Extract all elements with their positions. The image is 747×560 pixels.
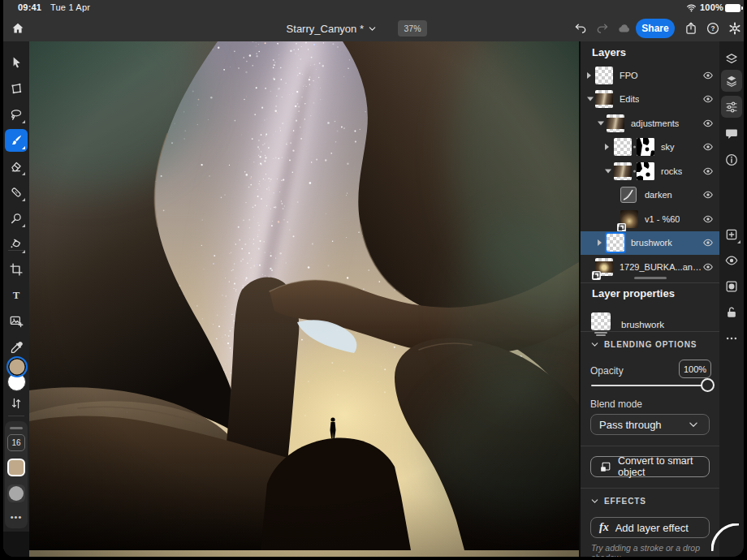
brush-color-swatch[interactable]: [7, 459, 25, 476]
opacity-value[interactable]: 100%: [679, 360, 711, 378]
visibility-eye-icon[interactable]: [702, 93, 714, 105]
type-tool[interactable]: T: [5, 284, 28, 307]
comment-icon[interactable]: [722, 124, 741, 144]
mask-link-dot: [633, 146, 636, 149]
layer-row[interactable]: Edits: [581, 88, 719, 112]
eyedropper-tool[interactable]: [5, 336, 28, 359]
cloud-sync-icon[interactable]: [615, 19, 634, 38]
disclosure-arrow-icon[interactable]: [598, 121, 604, 125]
layer-row[interactable]: 1729_BURKA...anced-NR33: [581, 255, 719, 279]
blend-mode-dropdown[interactable]: Pass through: [590, 414, 710, 435]
visibility-eye-icon[interactable]: [702, 118, 714, 129]
chevron-down-icon: [686, 417, 701, 432]
settings-button[interactable]: [725, 19, 744, 38]
layer-row[interactable]: sky: [581, 136, 719, 160]
magnify-tool[interactable]: [5, 207, 28, 230]
redo-button[interactable]: [593, 19, 612, 38]
layer-row[interactable]: rocks: [581, 159, 719, 183]
properties-layer-thumbnail: [591, 312, 611, 330]
visibility-eye-icon[interactable]: [702, 70, 714, 81]
subtool-indicator: [22, 224, 25, 227]
canvas[interactable]: [29, 41, 579, 557]
visibility-eye-icon[interactable]: [702, 189, 714, 200]
lasso-tool[interactable]: [5, 103, 28, 126]
layer-name: v1 - %60: [645, 214, 680, 224]
visibility-eye-icon[interactable]: [702, 166, 714, 177]
disclosure-arrow-icon[interactable]: [587, 72, 591, 79]
visibility-eye-icon[interactable]: [702, 261, 714, 273]
layer-properties-title: Layer properties: [592, 287, 675, 299]
layers-icon[interactable]: [722, 50, 741, 69]
visibility-eye-icon[interactable]: [702, 141, 714, 153]
share-button[interactable]: Share: [636, 19, 675, 38]
more-options-button[interactable]: •••: [5, 512, 28, 522]
layer-row[interactable]: adjustments: [581, 111, 719, 136]
visibility-icon[interactable]: [722, 251, 741, 270]
brush-size-field[interactable]: 16: [7, 434, 25, 451]
add-layer-icon[interactable]: [722, 225, 741, 244]
layer-list: FPOEditsadjustmentsskyrocks darkenv1 - %…: [581, 63, 719, 279]
battery-nub: [741, 6, 743, 10]
subtool-indicator: [22, 146, 25, 149]
opacity-slider-knob[interactable]: [701, 378, 715, 392]
layer-row[interactable]: brushwork: [581, 231, 719, 256]
disclosure-arrow-icon[interactable]: [605, 144, 609, 150]
export-button[interactable]: [681, 19, 701, 38]
chevron-down-icon: [590, 340, 599, 349]
disclosure-arrow-icon[interactable]: [605, 169, 611, 173]
brush-tip-preview[interactable]: [9, 486, 24, 501]
document-title-menu[interactable]: Starry_Canyon *: [3, 19, 377, 38]
layer-name: adjustments: [631, 118, 679, 128]
clock: 09:41: [18, 2, 41, 12]
add-layer-effect-button[interactable]: fx Add layer effect: [590, 517, 710, 538]
info-icon[interactable]: [722, 150, 741, 170]
foreground-color-chip[interactable]: [6, 356, 28, 377]
visibility-eye-icon[interactable]: [702, 213, 714, 225]
brush-options-panel: 16 •••: [5, 421, 28, 528]
lock-icon[interactable]: [722, 303, 741, 322]
color-chips[interactable]: [6, 356, 26, 392]
adjust-sliders-icon[interactable]: [722, 97, 741, 117]
brush-tool[interactable]: [5, 129, 28, 152]
effects-hint: Try adding a stroke or a drop shadow.: [591, 543, 719, 557]
layer-name: darken: [645, 190, 672, 200]
status-bar: 09:41 Tue 1 Apr 100%: [3, 0, 744, 16]
place-photo-tool[interactable]: [5, 310, 28, 333]
battery-percent: 100%: [700, 2, 723, 12]
layer-list-icon[interactable]: [722, 71, 741, 91]
undo-button[interactable]: [571, 19, 590, 38]
app-window: 09:41 Tue 1 Apr 100% Starry_Canyon * 37%…: [0, 0, 747, 560]
layer-row[interactable]: darken: [581, 183, 719, 208]
crop-tool[interactable]: [5, 258, 28, 281]
divider: [8, 416, 24, 416]
disclosure-arrow-icon[interactable]: [587, 97, 594, 101]
panel-drag-handle[interactable]: [10, 427, 23, 429]
fx-icon: fx: [599, 521, 609, 534]
more-icon[interactable]: [722, 329, 741, 348]
fill-tool[interactable]: [5, 233, 28, 256]
visibility-eye-icon[interactable]: [702, 237, 714, 248]
brush-preview-well: [7, 485, 25, 502]
document-title: Starry_Canyon *: [287, 23, 364, 35]
opacity-slider-track[interactable]: [591, 385, 708, 386]
swap-colors-button[interactable]: [5, 392, 28, 415]
subtool-indicator: [22, 120, 25, 123]
move-tool[interactable]: [5, 51, 28, 74]
divider: [581, 446, 719, 446]
svg-text:T: T: [13, 290, 20, 301]
help-button[interactable]: ?: [703, 19, 723, 38]
healing-tool[interactable]: [5, 181, 28, 204]
disclosure-arrow-icon[interactable]: [598, 239, 602, 246]
mask-icon[interactable]: [722, 277, 741, 296]
chevron-down-icon: [368, 24, 377, 33]
layer-row[interactable]: FPO: [581, 63, 719, 88]
effects-header[interactable]: EFFECTS: [590, 497, 646, 506]
layer-row[interactable]: v1 - %60: [581, 207, 719, 231]
transform-tool[interactable]: [5, 77, 28, 100]
panel-resize-handle[interactable]: [634, 277, 667, 279]
zoom-level-badge[interactable]: 37%: [398, 20, 427, 37]
blending-options-header[interactable]: BLENDING OPTIONS: [590, 340, 697, 349]
eraser-tool[interactable]: [5, 155, 28, 178]
layers-panel-title: Layers: [592, 46, 626, 58]
convert-to-smart-object-button[interactable]: Convert to smart object: [590, 456, 710, 477]
